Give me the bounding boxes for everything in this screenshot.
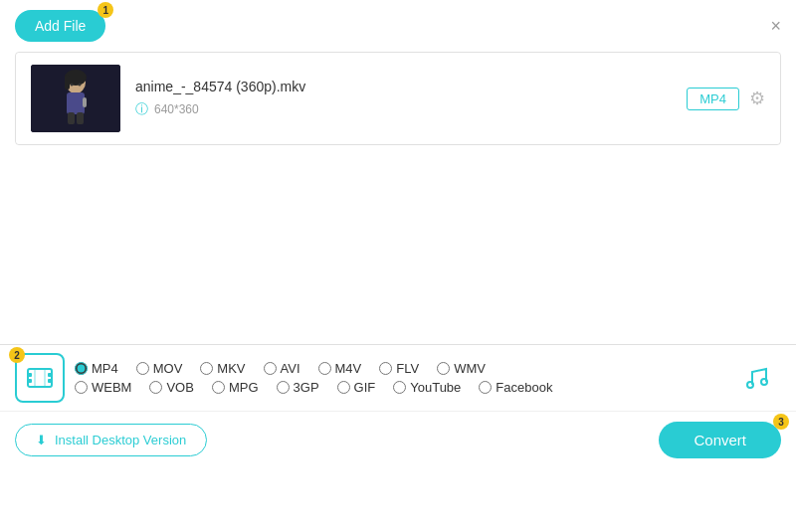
svg-rect-7 [83, 97, 87, 107]
svg-rect-16 [44, 369, 46, 387]
format-option-gif[interactable]: GIF [337, 380, 376, 395]
file-item: anime_-_84574 (360p).mkv ⓘ 640*360 MP4 ⚙ [16, 53, 780, 144]
format-radio-wmv[interactable] [437, 362, 450, 375]
format-option-mov[interactable]: MOV [136, 361, 183, 376]
svg-rect-5 [68, 112, 75, 124]
format-option-mp4[interactable]: MP4 [75, 361, 118, 376]
settings-icon[interactable]: ⚙ [749, 88, 765, 109]
format-option-mkv[interactable]: MKV [200, 361, 245, 376]
action-bar: ⬇ Install Desktop Version Convert 3 [0, 411, 796, 468]
format-radio-mpg[interactable] [212, 381, 225, 394]
format-radio-avi[interactable] [264, 362, 277, 375]
format-option-facebook[interactable]: Facebook [479, 380, 552, 395]
format-bar: 2 MP4 MOV MKV AVI M4V [0, 344, 796, 411]
add-file-button[interactable]: Add File 1 [15, 10, 105, 42]
file-list: anime_-_84574 (360p).mkv ⓘ 640*360 MP4 ⚙ [15, 52, 781, 145]
download-icon: ⬇ [36, 433, 47, 447]
format-radio-flv[interactable] [379, 362, 392, 375]
svg-rect-6 [77, 112, 84, 124]
top-bar: Add File 1 × [0, 0, 796, 52]
format-options: MP4 MOV MKV AVI M4V FLV [75, 357, 731, 399]
convert-button[interactable]: Convert [659, 422, 781, 458]
format-radio-mov[interactable] [136, 362, 149, 375]
format-row-2: WEBM VOB MPG 3GP GIF YouTube [75, 380, 731, 395]
svg-rect-12 [28, 379, 32, 383]
svg-point-18 [761, 379, 767, 385]
audio-format-button[interactable] [731, 353, 781, 403]
film-icon [26, 364, 54, 392]
format-option-youtube[interactable]: YouTube [393, 380, 461, 395]
format-option-flv[interactable]: FLV [379, 361, 419, 376]
file-name: anime_-_84574 (360p).mkv [135, 79, 687, 94]
convert-button-wrap: Convert 3 [659, 422, 781, 458]
format-badge-button[interactable]: MP4 [687, 88, 739, 110]
format-option-avi[interactable]: AVI [264, 361, 300, 376]
format-option-mpg[interactable]: MPG [212, 380, 259, 395]
svg-rect-11 [28, 373, 32, 377]
svg-rect-15 [34, 369, 36, 387]
svg-point-8 [71, 84, 74, 87]
format-option-m4v[interactable]: M4V [318, 361, 362, 376]
svg-rect-14 [48, 379, 52, 383]
svg-rect-4 [67, 92, 85, 114]
file-resolution: 640*360 [154, 102, 199, 116]
format-radio-m4v[interactable] [318, 362, 331, 375]
format-radio-youtube[interactable] [393, 381, 406, 394]
thumbnail-image [31, 65, 120, 132]
format-option-vob[interactable]: VOB [149, 380, 193, 395]
file-meta: ⓘ 640*360 [135, 100, 687, 118]
close-icon: × [770, 16, 781, 36]
file-actions: MP4 ⚙ [687, 88, 765, 110]
empty-area [0, 145, 796, 344]
add-file-label: Add File [35, 18, 86, 34]
format-option-3gp[interactable]: 3GP [277, 380, 319, 395]
format-row-1: MP4 MOV MKV AVI M4V FLV [75, 361, 731, 376]
install-label: Install Desktop Version [55, 433, 186, 447]
format-bar-badge: 2 [9, 347, 25, 363]
format-radio-vob[interactable] [149, 381, 162, 394]
svg-rect-10 [28, 369, 52, 387]
format-option-webm[interactable]: WEBM [75, 380, 131, 395]
svg-rect-3 [65, 75, 70, 89]
file-thumbnail [31, 65, 120, 132]
format-radio-gif[interactable] [337, 381, 350, 394]
file-info: anime_-_84574 (360p).mkv ⓘ 640*360 [135, 79, 687, 118]
install-desktop-button[interactable]: ⬇ Install Desktop Version [15, 424, 207, 456]
add-file-badge: 1 [98, 2, 113, 18]
info-icon: ⓘ [135, 100, 148, 118]
format-radio-mp4[interactable] [75, 362, 88, 375]
format-radio-mkv[interactable] [200, 362, 213, 375]
format-radio-facebook[interactable] [479, 381, 492, 394]
svg-point-17 [747, 382, 753, 388]
close-button[interactable]: × [770, 16, 781, 37]
svg-point-9 [79, 84, 82, 87]
svg-rect-13 [48, 373, 52, 377]
video-format-button[interactable]: 2 [15, 353, 65, 403]
format-radio-webm[interactable] [75, 381, 88, 394]
format-radio-3gp[interactable] [277, 381, 290, 394]
format-option-wmv[interactable]: WMV [437, 361, 486, 376]
music-icon [742, 364, 770, 392]
convert-badge: 3 [773, 414, 789, 430]
